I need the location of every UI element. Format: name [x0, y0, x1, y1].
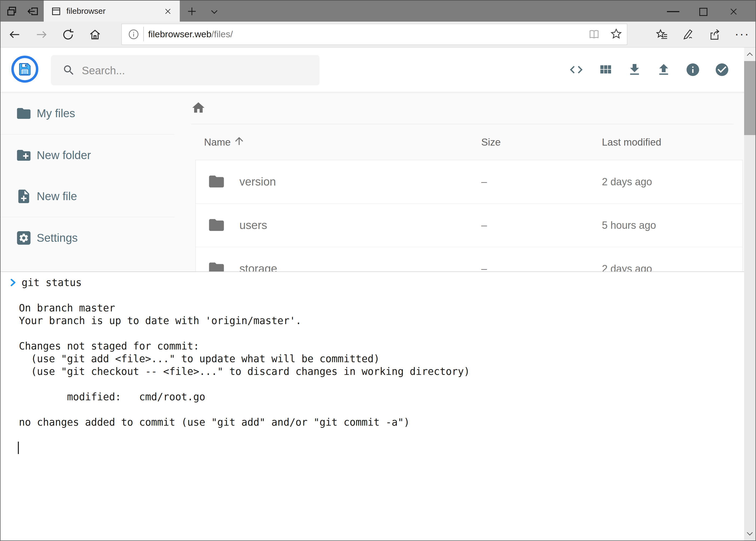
- home-button[interactable]: [89, 28, 101, 41]
- terminal-output: On branch master Your branch is up to da…: [19, 289, 470, 429]
- info-icon[interactable]: [685, 62, 700, 77]
- address-bar[interactable]: filebrowser.web/files/: [122, 24, 627, 45]
- more-options-icon[interactable]: ···: [735, 28, 747, 41]
- file-list: version – 2 days ago users – 5 hours ago…: [195, 160, 743, 290]
- window-close-button[interactable]: [719, 1, 748, 22]
- tab-filebrowser[interactable]: filebrowser: [44, 1, 180, 22]
- file-size: –: [481, 160, 487, 204]
- back-button[interactable]: [8, 28, 21, 41]
- address-separator: [143, 27, 144, 41]
- code-icon[interactable]: [569, 62, 584, 77]
- folder-icon: [207, 216, 225, 234]
- tab-preview-button[interactable]: [6, 5, 18, 17]
- scrollbar-down-icon[interactable]: [744, 527, 755, 540]
- search-input[interactable]: [81, 55, 315, 86]
- refresh-button[interactable]: [62, 28, 74, 41]
- tab-preview-icon: [6, 5, 18, 17]
- file-name: users: [239, 204, 267, 247]
- sidebar-divider: [1, 134, 175, 135]
- column-header-modified[interactable]: Last modified: [602, 137, 661, 148]
- set-tabs-aside-icon: [27, 5, 39, 17]
- prompt-chevron-icon: [10, 278, 17, 286]
- scrollbar-thumb[interactable]: [744, 61, 755, 135]
- check-circle-icon[interactable]: [714, 62, 730, 77]
- window-controls: [658, 1, 755, 22]
- sidebar-item-settings[interactable]: Settings: [1, 223, 175, 253]
- sidebar-item-label: Settings: [37, 223, 78, 253]
- new-folder-icon: [16, 147, 32, 164]
- browser-toolbar: filebrowser.web/files/ ···: [1, 22, 755, 48]
- terminal-cursor: [18, 442, 19, 454]
- file-size: –: [481, 204, 487, 247]
- sidebar-item-new-folder[interactable]: New folder: [1, 140, 175, 171]
- tab-bar: filebrowser: [1, 0, 755, 22]
- filebrowser-logo-icon[interactable]: [11, 56, 38, 83]
- tab-title: filebrowser: [66, 1, 106, 22]
- file-modified: 2 days ago: [602, 160, 652, 204]
- column-header-size[interactable]: Size: [481, 137, 501, 148]
- header-actions: [569, 62, 730, 77]
- page-scrollbar[interactable]: [744, 48, 755, 540]
- url-text: filebrowser.web/files/: [148, 24, 233, 44]
- upload-icon[interactable]: [656, 62, 671, 77]
- web-notes-pen-icon[interactable]: [682, 28, 694, 41]
- filebrowser-header: [1, 48, 755, 92]
- sort-ascending-icon[interactable]: [233, 135, 245, 147]
- sidebar-divider: [1, 217, 175, 217]
- sidebar-item-label: New folder: [37, 140, 91, 171]
- tab-close-icon[interactable]: [164, 8, 172, 15]
- new-file-icon: [16, 188, 32, 205]
- add-favorite-star-icon[interactable]: [610, 28, 623, 41]
- folder-icon: [207, 173, 225, 191]
- listing-divider: [191, 124, 734, 124]
- terminal-panel[interactable]: git status On branch master Your branch …: [1, 271, 744, 540]
- page-favicon-icon: [51, 6, 61, 16]
- search-box[interactable]: [51, 55, 320, 85]
- forward-button[interactable]: [35, 28, 48, 41]
- file-row-users[interactable]: users – 5 hours ago: [196, 204, 742, 247]
- sidebar-item-label: My files: [37, 98, 75, 129]
- url-host: filebrowser.web: [148, 29, 211, 39]
- sidebar-item-label: New file: [37, 181, 77, 212]
- browser-window: filebrowser: [0, 0, 756, 541]
- new-tab-button[interactable]: [187, 6, 197, 16]
- file-modified: 5 hours ago: [602, 204, 656, 247]
- tab-list-dropdown-icon[interactable]: [210, 8, 219, 16]
- file-row-version[interactable]: version – 2 days ago: [196, 160, 742, 204]
- set-tabs-aside-button[interactable]: [27, 5, 39, 17]
- favorites-hub-icon[interactable]: [656, 28, 668, 41]
- scrollbar-up-icon[interactable]: [744, 48, 755, 61]
- breadcrumb-home-icon[interactable]: [191, 101, 206, 115]
- terminal-command: git status: [22, 276, 82, 289]
- url-path: /files/: [211, 29, 233, 39]
- download-icon[interactable]: [627, 62, 642, 77]
- column-header-name[interactable]: Name: [204, 137, 231, 148]
- site-info-icon[interactable]: [127, 28, 139, 40]
- window-minimize-button[interactable]: [658, 1, 688, 22]
- window-maximize-button[interactable]: [688, 1, 718, 22]
- sidebar-item-my-files[interactable]: My files: [1, 98, 175, 129]
- listing-header: Name Size Last modified: [195, 131, 743, 153]
- reading-view-icon[interactable]: [588, 28, 601, 41]
- grid-view-icon[interactable]: [598, 62, 613, 77]
- file-name: version: [239, 160, 276, 204]
- settings-icon: [16, 230, 32, 246]
- share-icon[interactable]: [709, 28, 721, 41]
- sidebar-item-new-file[interactable]: New file: [1, 181, 175, 212]
- folder-icon: [16, 105, 32, 122]
